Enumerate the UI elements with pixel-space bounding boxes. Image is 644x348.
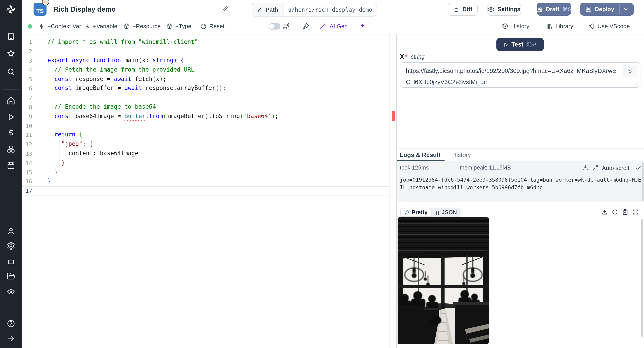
code-line-text[interactable]: } [46, 177, 389, 186]
multiplayer-toggle[interactable] [269, 23, 280, 29]
line-number[interactable]: 13 [22, 150, 46, 157]
code-line-text[interactable]: const base64Image = Buffer.from(imageBuf… [46, 112, 389, 121]
add-type-button[interactable]: +Type [166, 18, 192, 34]
add-context-var-button[interactable]: +Context Var [38, 18, 81, 34]
pretty-view-button[interactable]: Pretty [400, 208, 431, 216]
workspace-icon[interactable] [7, 32, 15, 40]
indent-guide [60, 140, 60, 168]
code-line: 6 const imageBuffer = await response.arr… [22, 84, 389, 93]
result-scrollbar[interactable] [641, 219, 643, 336]
library-button[interactable]: Library [546, 18, 573, 34]
code-line-text[interactable]: content: base64Image [46, 149, 389, 158]
workers-icon[interactable] [7, 257, 15, 266]
home-icon[interactable] [7, 96, 15, 104]
edit-path-button[interactable]: Path [252, 3, 284, 16]
code-line-text[interactable]: // import * as wmill from "windmill-clie… [46, 37, 389, 47]
variables-icon[interactable] [7, 128, 15, 137]
line-number[interactable]: 3 [22, 57, 46, 64]
reset-button[interactable]: Reset [200, 18, 224, 34]
line-number[interactable]: 9 [22, 113, 46, 120]
result-tabs: Logs & Result History [396, 148, 644, 161]
line-number[interactable]: 10 [22, 122, 46, 129]
code-line: 8 // Encode the image to base64 [22, 102, 389, 112]
users-icon[interactable] [7, 226, 15, 235]
line-number[interactable]: 4 [22, 67, 46, 73]
expand-logs-button[interactable] [592, 165, 598, 171]
code-line-text[interactable]: } [46, 168, 389, 177]
settings-button[interactable]: Settings [488, 3, 521, 16]
line-number[interactable]: 2 [22, 48, 46, 54]
gear-icon [488, 6, 494, 12]
line-number[interactable]: 15 [22, 169, 46, 176]
duration-text: took 125ms [400, 165, 429, 171]
edit-summary-icon[interactable] [222, 6, 228, 12]
windmill-logo-icon[interactable] [5, 4, 16, 15]
logs-scrollbar[interactable] [642, 162, 643, 201]
line-number[interactable]: 14 [22, 160, 46, 166]
ai-fix-button[interactable] [359, 18, 367, 34]
line-number[interactable]: 16 [22, 178, 46, 185]
use-vscode-button[interactable]: Use VScode [588, 18, 630, 34]
settings-icon[interactable] [7, 241, 15, 250]
line-number[interactable]: 1 [22, 39, 46, 46]
code-line-text[interactable]: } [46, 158, 389, 168]
variable-label: +Variable [93, 23, 118, 30]
result-view-row: Pretty {} JSON [396, 208, 644, 218]
variable-picker-button[interactable]: $ [623, 65, 637, 77]
draft-button[interactable]: Draft ⌘S [537, 3, 571, 16]
code-line-text[interactable]: return { [46, 130, 389, 140]
code-line-text[interactable]: const response = await fetch(x); [46, 74, 389, 84]
line-number[interactable]: 5 [22, 76, 46, 82]
pencil-icon [257, 7, 262, 12]
deploy-menu-button[interactable] [620, 3, 632, 16]
line-number[interactable]: 7 [22, 94, 46, 101]
favorites-icon[interactable] [7, 49, 15, 58]
code-editor[interactable]: 1// import * as wmill from "windmill-cli… [22, 34, 389, 348]
tab-logs-result[interactable]: Logs & Result [400, 148, 440, 161]
tab-history[interactable]: History [452, 148, 471, 161]
resources-icon[interactable] [7, 145, 15, 153]
multiplayer-button[interactable] [282, 18, 290, 34]
logs-area: took 125ms mem peak: 11.15MB Auto scroll… [396, 161, 644, 202]
line-number[interactable]: 8 [22, 104, 46, 110]
runs-icon[interactable] [7, 112, 15, 121]
json-view-button[interactable]: {} JSON [432, 208, 460, 216]
download-result-icon[interactable] [602, 209, 608, 215]
test-button[interactable]: Test ⌘↵ [496, 38, 544, 51]
format-code-button[interactable] [302, 18, 310, 34]
info-icon[interactable] [612, 209, 618, 215]
package-icon [166, 23, 173, 29]
auto-scroll-checkbox[interactable] [635, 165, 641, 171]
download-logs-button[interactable] [582, 165, 588, 171]
fullscreen-result-icon[interactable] [632, 209, 639, 215]
copy-result-icon[interactable] [622, 209, 628, 215]
argument-input[interactable]: https://fastly.picsum.photos/id/192/200/… [400, 62, 640, 88]
line-number[interactable]: 11 [22, 132, 46, 138]
schedules-icon[interactable] [7, 161, 15, 169]
code-line-text[interactable]: const imageBuffer = await response.array… [46, 84, 389, 93]
add-variable-button[interactable]: +Variable [84, 18, 118, 34]
script-history-button[interactable]: History [502, 18, 529, 34]
help-icon[interactable] [7, 319, 15, 328]
search-icon[interactable] [7, 67, 15, 76]
diff-button[interactable]: Diff [448, 3, 478, 16]
code-line: 13 content: base64Image [22, 149, 389, 158]
code-line-text[interactable]: // Fetch the image from the provided URL [46, 65, 389, 75]
code-line-text[interactable]: export async function main(x: string) { [46, 56, 389, 65]
line-number[interactable]: 12 [22, 141, 46, 148]
resize-handle-icon[interactable] [633, 81, 638, 86]
top-bar: TS Rich Display demo Path u/henri/rich_d… [22, 0, 644, 18]
code-line-text[interactable]: "jpeg": { [46, 140, 389, 149]
add-resource-button[interactable]: +Resource [124, 18, 160, 34]
play-icon [503, 42, 508, 47]
line-number[interactable]: 17 [22, 188, 46, 194]
code-line-text[interactable]: // Encode the image to base64 [46, 102, 389, 112]
audit-logs-icon[interactable] [7, 288, 15, 296]
expand-sidebar-icon[interactable] [7, 334, 15, 343]
chevron-down-icon [623, 6, 629, 12]
auto-scroll-label[interactable]: Auto scroll [602, 165, 629, 172]
deploy-button[interactable]: Deploy [580, 3, 620, 16]
line-number[interactable]: 6 [22, 85, 46, 92]
folders-icon[interactable] [7, 272, 15, 280]
ai-gen-button[interactable]: AI Gen [319, 18, 348, 34]
